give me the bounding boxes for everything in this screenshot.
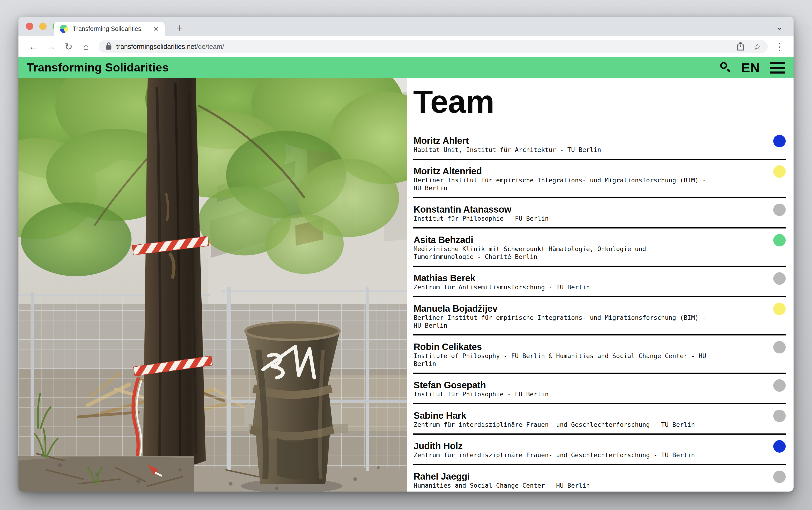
- member-affiliation: Institut für Philosophie - FU Berlin: [414, 390, 706, 398]
- search-icon[interactable]: [719, 62, 731, 73]
- member-status-dot: [773, 303, 786, 315]
- member-affiliation: Berliner Institut für empirische Integra…: [414, 314, 706, 329]
- member-name[interactable]: Rahel Jaeggi: [414, 471, 758, 482]
- member-affiliation: Humanities and Social Change Center - HU…: [414, 482, 706, 489]
- site-favicon-icon: [60, 25, 68, 33]
- member-affiliation: Zentrum für Antisemitismusforschung - TU…: [414, 283, 706, 291]
- member-status-dot: [773, 379, 786, 392]
- reload-icon[interactable]: ↻: [61, 41, 76, 52]
- member-status-dot: [773, 234, 786, 246]
- browser-window: Transforming Solidarities ✕ + ⌄ ← → ↻ ⌂ …: [19, 17, 793, 491]
- site-header: Transforming Solidarities EN: [19, 57, 793, 78]
- home-icon[interactable]: ⌂: [79, 41, 93, 52]
- construction-fence: [19, 287, 407, 471]
- kebab-menu-icon[interactable]: ⋮: [773, 41, 786, 53]
- url-path: /de/team/: [196, 43, 224, 50]
- team-member-row[interactable]: Rahel Jaeggi Humanities and Social Chang…: [413, 465, 786, 491]
- member-affiliation: Medizinische Klinik mit Schwerpunkt Häma…: [414, 245, 706, 261]
- new-tab-button[interactable]: +: [173, 21, 187, 35]
- member-status-dot: [773, 341, 786, 354]
- star-icon[interactable]: ☆: [753, 41, 761, 52]
- member-name[interactable]: Manuela Bojadžijev: [414, 303, 758, 314]
- team-member-row[interactable]: Moritz Ahlert Habitat Unit, Institut für…: [413, 129, 786, 160]
- forward-icon: →: [44, 41, 58, 52]
- share-icon[interactable]: [736, 41, 745, 52]
- team-panel: Team Moritz Ahlert Habitat Unit, Institu…: [407, 78, 793, 491]
- chevron-down-icon[interactable]: ⌄: [776, 21, 783, 32]
- member-status-dot: [773, 165, 786, 178]
- team-photo: πτς: [19, 78, 407, 491]
- member-name[interactable]: Moritz Altenried: [414, 166, 758, 176]
- member-affiliation: Institute of Philosophy - FU Berlin & Hu…: [414, 352, 706, 368]
- member-name[interactable]: Stefan Gosepath: [414, 380, 758, 390]
- member-name[interactable]: Robin Celikates: [414, 341, 758, 352]
- team-member-row[interactable]: Robin Celikates Institute of Philosophy …: [413, 335, 786, 374]
- member-name[interactable]: Moritz Ahlert: [414, 136, 758, 146]
- member-name[interactable]: Sabine Hark: [414, 410, 758, 421]
- minimize-window-button[interactable]: [39, 23, 47, 30]
- browser-tab[interactable]: Transforming Solidarities ✕: [54, 22, 165, 36]
- language-toggle[interactable]: EN: [742, 60, 760, 75]
- back-icon[interactable]: ←: [26, 41, 40, 52]
- team-member-row[interactable]: Konstantin Atanassow Institut für Philos…: [413, 198, 786, 229]
- tab-title: Transforming Solidarities: [72, 25, 149, 32]
- hamburger-menu-icon[interactable]: [770, 62, 785, 73]
- team-member-row[interactable]: Sabine Hark Zentrum für interdisziplinär…: [413, 404, 786, 434]
- team-member-row[interactable]: Asita Behzadi Medizinische Klinik mit Sc…: [413, 229, 786, 267]
- member-status-dot: [773, 440, 786, 453]
- member-status-dot: [773, 135, 786, 147]
- member-affiliation: Zentrum für interdisziplinäre Frauen- un…: [414, 421, 706, 429]
- team-member-row[interactable]: Manuela Bojadžijev Berliner Institut für…: [413, 297, 786, 335]
- team-member-row[interactable]: Mathias Berek Zentrum für Antisemitismus…: [413, 267, 786, 297]
- lock-icon: [105, 42, 112, 51]
- member-status-dot: [773, 410, 786, 422]
- site-title[interactable]: Transforming Solidarities: [27, 61, 719, 74]
- tab-strip: Transforming Solidarities ✕ + ⌄: [19, 17, 793, 36]
- page-title: Team: [413, 86, 786, 117]
- team-member-row[interactable]: Judith Holz Zentrum für interdisziplinär…: [413, 434, 786, 465]
- team-member-row[interactable]: Stefan Gosepath Institut für Philosophie…: [413, 374, 786, 404]
- member-affiliation: Institut für Philosophie - FU Berlin: [414, 215, 706, 222]
- member-affiliation: Zentrum für interdisziplinäre Frauen- un…: [414, 451, 706, 459]
- address-bar[interactable]: transformingsolidarities.net/de/team/ ☆: [99, 40, 768, 53]
- member-status-dot: [773, 272, 786, 285]
- team-member-row[interactable]: Moritz Altenried Berliner Institut für e…: [413, 160, 786, 198]
- member-status-dot: [773, 204, 786, 216]
- member-affiliation: Habitat Unit, Institut für Architektur -…: [414, 146, 706, 154]
- member-name[interactable]: Mathias Berek: [414, 273, 758, 283]
- url-host: transformingsolidarities.net: [116, 43, 196, 50]
- browser-toolbar: ← → ↻ ⌂ transformingsolidarities.net/de/…: [19, 36, 793, 57]
- member-affiliation: Berliner Institut für empirische Integra…: [414, 176, 706, 192]
- member-name[interactable]: Judith Holz: [414, 441, 758, 451]
- member-status-dot: [773, 471, 786, 483]
- member-name[interactable]: Asita Behzadi: [414, 235, 758, 245]
- close-tab-icon[interactable]: ✕: [153, 25, 159, 33]
- url-text[interactable]: transformingsolidarities.net/de/team/: [116, 43, 728, 51]
- member-name[interactable]: Konstantin Atanassow: [414, 204, 758, 215]
- close-window-button[interactable]: [26, 23, 33, 30]
